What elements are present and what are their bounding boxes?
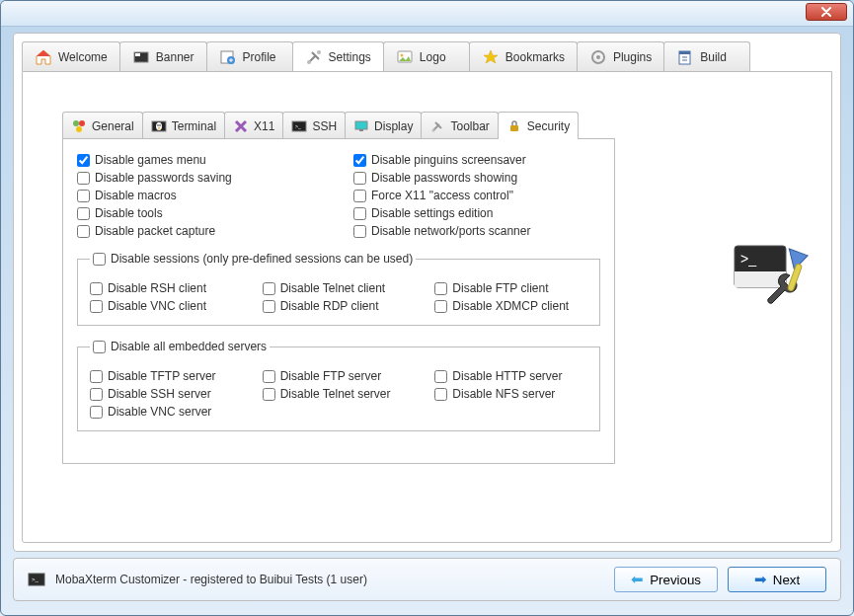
sub-tab-terminal[interactable]: Terminal bbox=[142, 112, 225, 139]
checkbox-force-x11-access-control[interactable]: Force X11 "access control" bbox=[353, 189, 600, 202]
checkbox-label: Disable macros bbox=[95, 189, 177, 202]
tab-label: Settings bbox=[329, 50, 371, 64]
next-button[interactable]: ➡ Next bbox=[728, 567, 826, 592]
checkbox-input[interactable] bbox=[353, 225, 366, 238]
tab-profile[interactable]: Profile bbox=[206, 41, 293, 71]
checkbox-input[interactable] bbox=[77, 225, 90, 238]
checkbox-disable-tools[interactable]: Disable tools bbox=[77, 206, 324, 220]
settings-tab-body: General Terminal X11 >_ SSH bbox=[22, 71, 832, 543]
checkbox-disable-rsh-client[interactable]: Disable RSH client bbox=[90, 281, 243, 295]
checkbox-disable-network-ports-scanner[interactable]: Disable network/ports scanner bbox=[353, 224, 600, 238]
checkbox-input[interactable] bbox=[77, 190, 90, 202]
checkbox-disable-http-server[interactable]: Disable HTTP server bbox=[434, 369, 587, 383]
checkbox-label: Disable RDP client bbox=[280, 299, 379, 313]
checkbox-input[interactable] bbox=[263, 388, 275, 401]
home-icon bbox=[35, 48, 52, 66]
security-panel: Disable games menu Disable pinguins scre… bbox=[62, 138, 615, 464]
checkbox-disable-games-menu[interactable]: Disable games menu bbox=[77, 153, 324, 167]
checkbox-input[interactable] bbox=[434, 388, 447, 401]
checkbox-input[interactable] bbox=[353, 154, 366, 167]
svg-point-14 bbox=[76, 126, 82, 132]
checkbox-input[interactable] bbox=[93, 253, 106, 266]
tab-banner[interactable]: Banner bbox=[119, 41, 207, 71]
checkbox-input[interactable] bbox=[353, 172, 366, 185]
svg-point-7 bbox=[400, 53, 403, 56]
tab-logo[interactable]: Logo bbox=[383, 41, 470, 71]
checkbox-disable-ftp-server[interactable]: Disable FTP server bbox=[263, 369, 416, 383]
svg-point-4 bbox=[307, 60, 311, 64]
checkbox-input[interactable] bbox=[93, 341, 106, 353]
checkbox-label: Disable NFS server bbox=[452, 387, 555, 401]
checkbox-label: Disable passwords saving bbox=[95, 171, 232, 185]
sub-tab-ssh[interactable]: >_ SSH bbox=[282, 112, 346, 139]
servers-fieldset: Disable all embedded servers Disable TFT… bbox=[77, 340, 600, 431]
checkbox-disable-vnc-client[interactable]: Disable VNC client bbox=[90, 299, 243, 313]
checkbox-disable-rdp-client[interactable]: Disable RDP client bbox=[263, 299, 416, 313]
checkbox-input[interactable] bbox=[353, 207, 366, 220]
checkbox-input[interactable] bbox=[90, 388, 103, 401]
checkbox-disable-pinguins-screensaver[interactable]: Disable pinguins screensaver bbox=[353, 153, 600, 167]
checkbox-disable-ftp-client[interactable]: Disable FTP client bbox=[434, 281, 587, 295]
checkbox-input[interactable] bbox=[353, 190, 366, 202]
checkbox-input[interactable] bbox=[434, 282, 447, 295]
checkbox-disable-passwords-showing[interactable]: Disable passwords showing bbox=[353, 171, 600, 185]
checkbox-input[interactable] bbox=[90, 370, 103, 383]
top-options-grid: Disable games menu Disable pinguins scre… bbox=[77, 153, 600, 238]
tab-build[interactable]: Build bbox=[663, 41, 750, 71]
checkbox-input[interactable] bbox=[434, 370, 447, 383]
sub-tab-label: Security bbox=[527, 119, 570, 133]
checkbox-input[interactable] bbox=[263, 282, 275, 295]
tab-bookmarks[interactable]: Bookmarks bbox=[469, 41, 578, 71]
checkbox-label: Disable HTTP server bbox=[452, 369, 562, 383]
main-tab-bar: Welcome Banner Profile Settings Logo bbox=[22, 41, 832, 71]
sub-tab-security[interactable]: Security bbox=[498, 112, 579, 139]
checkbox-disable-telnet-client[interactable]: Disable Telnet client bbox=[263, 281, 416, 295]
checkbox-label: Disable VNC client bbox=[108, 299, 206, 313]
tab-welcome[interactable]: Welcome bbox=[22, 41, 120, 71]
checkbox-disable-settings-edition[interactable]: Disable settings edition bbox=[353, 206, 600, 220]
terminal-icon bbox=[151, 118, 167, 134]
checkbox-disable-tftp-server[interactable]: Disable TFTP server bbox=[90, 369, 243, 383]
sub-tab-label: Display bbox=[374, 119, 413, 133]
checkbox-input[interactable] bbox=[90, 300, 103, 313]
checkbox-input[interactable] bbox=[77, 154, 90, 167]
checkbox-input[interactable] bbox=[77, 207, 90, 220]
checkbox-label: Disable SSH server bbox=[108, 387, 211, 401]
svg-rect-22 bbox=[359, 129, 363, 131]
checkbox-label: Disable games menu bbox=[95, 153, 206, 167]
sub-tab-label: General bbox=[92, 119, 134, 133]
sessions-legend[interactable]: Disable sessions (only pre-defined sessi… bbox=[90, 252, 416, 266]
servers-legend[interactable]: Disable all embedded servers bbox=[90, 340, 270, 353]
checkbox-disable-packet-capture[interactable]: Disable packet capture bbox=[77, 224, 324, 238]
sub-tab-toolbar[interactable]: Toolbar bbox=[421, 112, 498, 139]
sub-tab-general[interactable]: General bbox=[62, 112, 143, 139]
checkbox-input[interactable] bbox=[263, 300, 275, 313]
checkbox-disable-telnet-server[interactable]: Disable Telnet server bbox=[263, 387, 416, 401]
checkbox-disable-vnc-server[interactable]: Disable VNC server bbox=[90, 405, 243, 419]
bookmarks-icon bbox=[482, 48, 500, 66]
checkbox-input[interactable] bbox=[90, 282, 103, 295]
checkbox-input[interactable] bbox=[77, 172, 90, 185]
close-button[interactable] bbox=[806, 3, 847, 21]
checkbox-disable-passwords-saving[interactable]: Disable passwords saving bbox=[77, 171, 324, 185]
tab-settings[interactable]: Settings bbox=[292, 41, 384, 71]
checkbox-label: Disable passwords showing bbox=[371, 171, 517, 185]
checkbox-disable-xdmcp-client[interactable]: Disable XDMCP client bbox=[434, 299, 587, 313]
checkbox-disable-ssh-server[interactable]: Disable SSH server bbox=[90, 387, 243, 401]
checkbox-label: Disable network/ports scanner bbox=[371, 224, 530, 238]
checkbox-input[interactable] bbox=[434, 300, 447, 313]
checkbox-disable-nfs-server[interactable]: Disable NFS server bbox=[434, 387, 587, 401]
close-icon bbox=[820, 7, 832, 17]
checkbox-label: Disable TFTP server bbox=[108, 369, 216, 383]
checkbox-input[interactable] bbox=[90, 406, 103, 419]
sub-tab-display[interactable]: Display bbox=[345, 112, 422, 139]
tab-plugins[interactable]: Plugins bbox=[577, 41, 664, 71]
svg-rect-24 bbox=[510, 125, 518, 131]
previous-button[interactable]: ⬅ Previous bbox=[614, 567, 718, 592]
svg-point-5 bbox=[317, 50, 321, 54]
svg-text:>_: >_ bbox=[295, 123, 301, 129]
checkbox-disable-macros[interactable]: Disable macros bbox=[77, 189, 324, 202]
checkbox-input[interactable] bbox=[263, 370, 275, 383]
sub-tab-x11[interactable]: X11 bbox=[224, 112, 283, 139]
tab-label: Profile bbox=[243, 50, 276, 64]
